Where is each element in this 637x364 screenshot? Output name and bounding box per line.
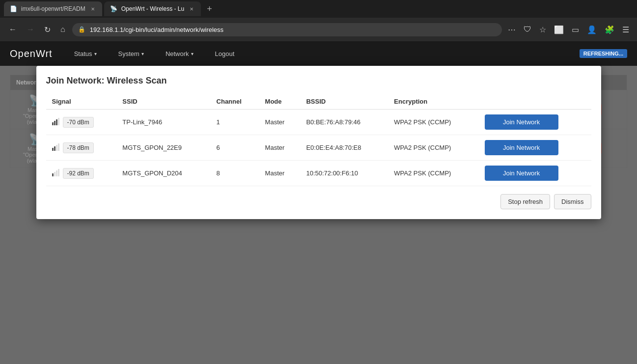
svg-rect-0 [52,122,54,125]
channel-r3: 8 [211,161,259,186]
ssid-r1: TP-Link_7946 [116,110,210,135]
bookmark-icon[interactable]: ☆ [537,23,548,36]
tab2-close[interactable]: ✕ [188,5,195,12]
svg-rect-7 [58,143,59,151]
tab1-title: imx6ull-openwrt/READM [21,5,85,12]
signal-bars-r1 [52,117,60,127]
encryption-r3: WPA2 PSK (CCMP) [388,161,478,186]
svg-rect-6 [56,145,57,151]
svg-rect-11 [58,169,59,176]
tab1-close[interactable]: ✕ [89,5,96,12]
tab2-title: OpenWrt - Wireless - Lu [121,5,184,12]
svg-rect-5 [54,146,55,151]
browser-chrome: 📄 imx6ull-openwrt/READM ✕ 📡 OpenWrt - Wi… [0,0,637,66]
svg-rect-9 [54,172,55,176]
signal-dbm-r2: -78 dBm [63,142,94,153]
tabs-icon[interactable]: ⬜ [552,23,566,36]
modal-footer: Stop refresh Dismiss [46,194,591,209]
toolbar-icons: ⋯ 🛡 ☆ ⬜ ▭ 👤 🧩 ☰ [506,23,631,36]
more-button[interactable]: ⋯ [506,23,518,36]
address-bar: ← → ↻ ⌂ 🔒 ⋯ 🛡 ☆ ⬜ ▭ 👤 🧩 ☰ [0,18,637,41]
network-caret: ▾ [191,51,194,56]
bssid-r1: B0:BE:76:A8:79:46 [300,110,388,135]
svg-rect-10 [56,170,57,176]
menu-icon[interactable]: ☰ [620,23,631,36]
address-box: 🔒 [72,23,502,36]
main-content: Network MAC-Address Host Signal / Noise … [0,66,637,361]
ssid-r2: MGTS_GPON_22E9 [116,135,210,161]
stop-refresh-button[interactable]: Stop refresh [500,194,550,209]
scan-col-signal: Signal [46,94,117,110]
bssid-r2: E0:0E:E4:A8:70:E8 [300,135,388,161]
encryption-r2: WPA2 PSK (CCMP) [388,135,478,161]
scan-col-mode: Mode [259,94,301,110]
openwrt-logo: OpenWrt [10,48,53,59]
signal-cell-r3: -92 dBm [46,161,117,186]
action-r1: Join Network [479,110,591,135]
svg-rect-8 [52,173,54,176]
svg-rect-1 [54,121,55,125]
tab-bar: 📄 imx6ull-openwrt/READM ✕ 📡 OpenWrt - Wi… [0,0,637,18]
join-network-button-2[interactable]: Join Network [485,140,558,155]
new-tab-button[interactable]: + [203,2,216,16]
wireless-scan-modal: Join Network: Wireless Scan Signal SSID … [36,66,601,219]
address-input[interactable] [72,23,502,36]
action-r2: Join Network [479,135,591,161]
svg-rect-2 [56,119,57,125]
channel-r1: 1 [211,110,259,135]
tab2-favicon: 📡 [110,5,117,12]
sidebar-icon[interactable]: ▭ [570,23,581,36]
security-icon: 🔒 [78,26,85,33]
join-network-button-1[interactable]: Join Network [485,114,558,130]
shield-icon[interactable]: 🛡 [522,23,533,36]
refreshing-badge: REFRESHING... [580,49,627,58]
scan-row-1: -70 dBm TP-Link_7946 1 Master B0:BE:76:A… [46,110,591,135]
scan-col-ssid: SSID [116,94,210,110]
nav-status[interactable]: Status ▾ [69,47,102,60]
modal-overlay: Join Network: Wireless Scan Signal SSID … [0,66,637,361]
nav-system[interactable]: System ▾ [113,47,149,60]
dismiss-button[interactable]: Dismiss [554,194,591,209]
openwrt-nav: OpenWrt Status ▾ System ▾ Network ▾ Logo… [0,41,637,66]
encryption-r1: WPA2 PSK (CCMP) [388,110,478,135]
signal-bars-r3 [52,168,60,178]
tab1-favicon: 📄 [10,5,17,12]
system-caret: ▾ [141,51,144,56]
tab-2[interactable]: 📡 OpenWrt - Wireless - Lu ✕ [104,1,201,16]
modal-title: Join Network: Wireless Scan [46,76,591,86]
mode-r1: Master [259,110,301,135]
back-button[interactable]: ← [6,23,20,36]
home-button[interactable]: ⌂ [57,23,68,36]
extensions-icon[interactable]: 🧩 [603,23,616,36]
join-network-button-3[interactable]: Join Network [485,166,558,181]
signal-dbm-r1: -70 dBm [63,117,94,128]
svg-rect-4 [52,148,54,151]
scan-col-action [479,94,591,110]
action-r3: Join Network [479,161,591,186]
forward-button[interactable]: → [24,23,37,36]
signal-cell-r1: -70 dBm [46,110,117,135]
account-icon[interactable]: 👤 [585,23,599,36]
scan-row-3: -92 dBm MGTS_GPON_D204 8 Master 10:50:72… [46,161,591,186]
signal-dbm-r3: -92 dBm [63,168,94,179]
mode-r2: Master [259,135,301,161]
nav-network[interactable]: Network ▾ [161,47,198,60]
tab-1[interactable]: 📄 imx6ull-openwrt/READM ✕ [4,1,102,16]
signal-bars-r2 [52,143,60,152]
ssid-r3: MGTS_GPON_D204 [116,161,210,186]
reload-button[interactable]: ↻ [41,23,54,36]
scan-col-channel: Channel [211,94,259,110]
signal-cell-r2: -78 dBm [46,135,117,161]
bottom-bar: Save & Apply ▾ Save Reset [0,361,637,364]
mode-r3: Master [259,161,301,186]
bssid-r3: 10:50:72:00:F6:10 [300,161,388,186]
scan-row-2: -78 dBm MGTS_GPON_22E9 6 Master E0:0E:E4… [46,135,591,161]
scan-table: Signal SSID Channel Mode BSSID Encryptio… [46,94,591,186]
scan-col-bssid: BSSID [300,94,388,110]
channel-r2: 6 [211,135,259,161]
svg-rect-3 [58,118,59,125]
status-caret: ▾ [94,51,97,56]
scan-col-encryption: Encryption [388,94,478,110]
nav-logout[interactable]: Logout [210,47,240,60]
